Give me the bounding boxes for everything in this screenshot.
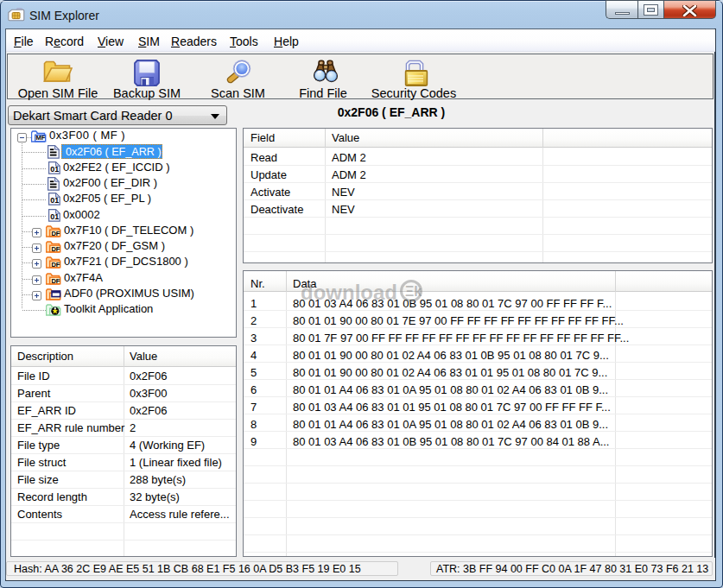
svg-text:01: 01: [50, 196, 59, 205]
svg-text:01: 01: [50, 165, 59, 174]
svg-text:DF: DF: [51, 245, 60, 253]
svg-text:MF: MF: [36, 134, 46, 142]
svg-text:DF: DF: [51, 230, 60, 237]
svg-text:Ξk: Ξk: [405, 284, 422, 299]
svg-text:DF: DF: [51, 277, 60, 285]
svg-text:01: 01: [50, 212, 59, 221]
svg-text:DF: DF: [51, 261, 60, 269]
